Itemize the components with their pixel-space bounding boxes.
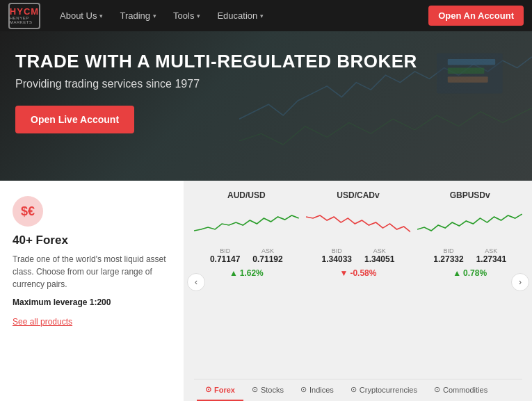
gbpusd-bid-value: 1.27332 [433,254,463,264]
hero-content: TRADE WITH A MULTI-REGULATED BROKER Prov… [0,31,532,133]
audusd-bid-label: BID [220,247,230,254]
forex-tab-icon: ⊙ [205,385,211,394]
usdcad-bid-value: 1.34033 [322,254,352,264]
commodities-tab-icon: ⊙ [434,385,440,394]
usdcad-bid-label: BID [332,247,342,254]
nav-about-us[interactable]: About Us ▾ [53,6,110,25]
chart-audusd-svg [194,203,299,245]
gbpusd-ask-value: 1.27341 [476,254,506,264]
gbpusd-change: ▲ 0.78% [453,268,487,278]
chevron-down-icon: ▾ [99,13,103,19]
chart-audusd-bid-ask: BID 0.71147 ASK 0.71192 [210,247,283,264]
usdcad-change-value: -0.58% [350,268,376,278]
gbpusd-change-value: 0.78% [463,268,487,278]
audusd-change: ▲ 1.62% [229,268,264,278]
nav-trading[interactable]: Trading ▾ [113,6,163,25]
audusd-change-value: 1.62% [240,268,264,278]
logo-sub: HENYEP MARKETS [10,16,39,24]
up-arrow-icon: ▲ [229,268,238,278]
logo-circle: HYCM HENYEP MARKETS [8,3,40,29]
forex-title: 40+ Forex [13,234,171,247]
audusd-ask-group: ASK 0.71192 [252,247,282,264]
navbar: HYCM HENYEP MARKETS About Us ▾ Trading ▾… [0,0,532,31]
chart-usdcad-svg [306,203,411,245]
tab-forex-label: Forex [214,386,235,394]
chart-usdcad-label: USD/CADv [337,190,379,200]
crypto-tab-icon: ⊙ [350,385,357,394]
nav-about-us-label: About Us [60,10,97,21]
prev-chart-button[interactable]: ‹ [187,273,205,291]
gbpusd-bid-group: BID 1.27332 [433,247,463,264]
usdcad-ask-value: 1.34051 [364,254,394,264]
usdcad-bid-group: BID 1.34033 [322,247,352,264]
chart-audusd: AUD/USD BID 0.71147 ASK 0.71192 ▲ [194,190,299,278]
logo[interactable]: HYCM HENYEP MARKETS [8,3,40,29]
nav-tools[interactable]: Tools ▾ [166,6,207,25]
chart-gbpusd: GBPUSDv BID 1.27332 ASK 1.27341 ▲ [417,190,522,278]
up-arrow-icon: ▲ [453,268,461,278]
charts-row: ‹ AUD/USD BID 0.71147 ASK 0.71192 [194,190,522,373]
chart-usdcad-bid-ask: BID 1.34033 ASK 1.34051 [322,247,395,264]
open-live-account-button[interactable]: Open Live Account [15,106,134,133]
tab-crypto-label: Cryptocurrencies [360,386,417,394]
stocks-tab-icon: ⊙ [252,385,258,394]
audusd-bid-value: 0.71147 [210,254,240,264]
nav-tools-label: Tools [173,10,194,21]
forex-description: Trade one of the world's most liquid ass… [13,253,171,290]
tab-stocks[interactable]: ⊙ Stocks [243,379,292,401]
tab-forex[interactable]: ⊙ Forex [197,379,243,401]
chart-gbpusd-label: GBPUSDv [450,190,490,200]
nav-education-label: Education [217,10,257,21]
next-chart-button[interactable]: › [511,273,529,291]
open-account-button[interactable]: Open An Account [428,6,524,26]
chart-gbpusd-bid-ask: BID 1.27332 ASK 1.27341 [433,247,506,264]
usdcad-ask-label: ASK [373,247,386,254]
indices-tab-icon: ⊙ [300,385,307,394]
tab-commodities[interactable]: ⊙ Commodities [426,379,496,401]
nav-trading-label: Trading [120,10,150,21]
tab-commodities-label: Commodities [443,386,487,394]
hero-title: TRADE WITH A MULTI-REGULATED BROKER [15,51,517,72]
down-arrow-icon: ▼ [340,268,348,278]
tab-stocks-label: Stocks [261,386,284,394]
chevron-down-icon: ▾ [197,13,200,19]
nav-education[interactable]: Education ▾ [210,6,271,25]
usdcad-ask-group: ASK 1.34051 [364,247,394,264]
audusd-bid-group: BID 0.71147 [210,247,240,264]
nav-links: About Us ▾ Trading ▾ Tools ▾ Education ▾ [53,6,428,25]
usdcad-change: ▼ -0.58% [340,268,377,278]
tab-indices[interactable]: ⊙ Indices [292,379,342,401]
see-all-products-link[interactable]: See all products [13,317,171,327]
gbpusd-ask-label: ASK [485,247,497,254]
product-tabs: ⊙ Forex ⊙ Stocks ⊙ Indices ⊙ Cryptocurre… [194,379,522,401]
gbpusd-bid-label: BID [443,247,453,254]
tab-indices-label: Indices [309,386,334,394]
gbpusd-ask-group: ASK 1.27341 [476,247,506,264]
audusd-ask-label: ASK [261,247,274,254]
chevron-down-icon: ▾ [153,13,156,19]
chart-gbpusd-svg [417,203,522,245]
forex-icon: $€ [13,196,43,227]
bottom-section: $€ 40+ Forex Trade one of the world's mo… [0,181,532,401]
chart-usdcad: USD/CADv BID 1.34033 ASK 1.34051 ▼ [306,190,411,278]
chevron-down-icon: ▾ [260,13,264,19]
audusd-ask-value: 0.71192 [252,254,282,264]
right-panel: ‹ AUD/USD BID 0.71147 ASK 0.71192 [184,181,532,401]
tab-cryptocurrencies[interactable]: ⊙ Cryptocurrencies [342,379,426,401]
currency-symbols: $€ [21,204,35,219]
forex-leverage: Maximum leverage 1:200 [13,297,171,307]
hero-subtitle: Providing trading services since 1977 [15,78,517,90]
hero-section: TRADE WITH A MULTI-REGULATED BROKER Prov… [0,31,532,181]
left-panel: $€ 40+ Forex Trade one of the world's mo… [0,181,184,401]
logo-hycm: HYCM [10,7,39,16]
chart-audusd-label: AUD/USD [227,190,266,200]
